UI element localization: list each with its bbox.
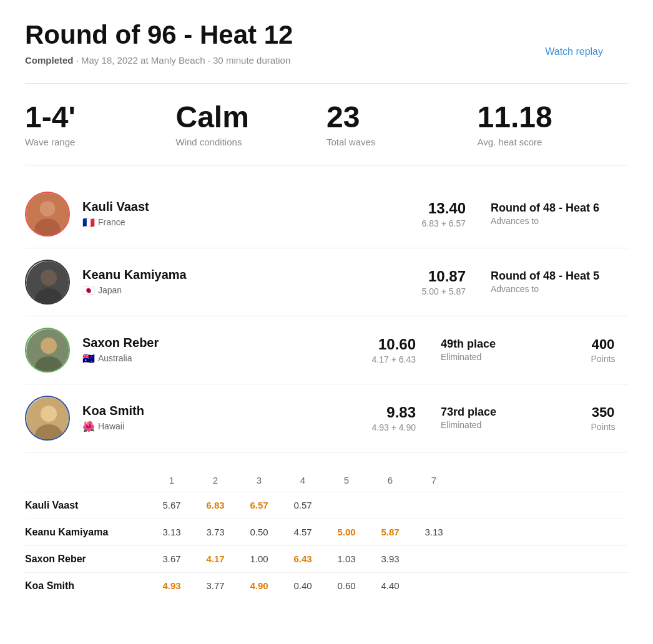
- wave-row-koa: Koa Smith 4.93 3.77 4.90 0.40 0.60 4.40: [25, 572, 628, 599]
- result-saxon: 49th place Eliminated: [441, 338, 578, 362]
- wave-saxon-5: 1.03: [325, 554, 368, 564]
- points-koa: 350 Points: [578, 404, 628, 432]
- score-section-kauli: 13.40 6.83 + 6.57: [403, 200, 466, 228]
- result-keanu: Round of 48 - Heat 5 Advances to: [491, 270, 628, 294]
- athletes-section: Kauli Vaast 🇫🇷 France 13.40 6.83 + 6.57 …: [25, 180, 628, 452]
- col-header-5: 5: [325, 475, 368, 485]
- wave-kauli-3: 6.57: [237, 500, 281, 510]
- col-header-1: 1: [150, 475, 194, 485]
- status-badge: Completed: [25, 55, 74, 66]
- total-score-saxon: 10.60: [353, 336, 416, 353]
- score-section-keanu: 10.87 5.00 + 5.87: [403, 268, 466, 296]
- advance-sub-saxon: Eliminated: [441, 352, 578, 362]
- col-header-4: 4: [281, 475, 325, 485]
- watch-replay-button[interactable]: Watch replay: [545, 46, 603, 57]
- event-details: · May 18, 2022 at Manly Beach · 30 minut…: [76, 55, 291, 66]
- wave-kauli-1: 5.67: [150, 500, 194, 510]
- wave-koa-6: 4.40: [368, 580, 412, 591]
- wave-saxon-3: 1.00: [237, 554, 281, 564]
- subtitle: Completed · May 18, 2022 at Manly Beach …: [25, 55, 628, 66]
- stats-row: 1-4' Wave range Calm Wind conditions 23 …: [25, 101, 628, 147]
- wave-kauli-2: 6.83: [194, 500, 237, 510]
- wave-table: 1 2 3 4 5 6 7 Kauli Vaast 5.67 6.83 6.57…: [25, 471, 628, 599]
- sub-score-koa: 4.93 + 4.90: [353, 422, 416, 432]
- flag-saxon: 🇦🇺: [82, 353, 95, 364]
- sub-score-saxon: 4.17 + 6.43: [353, 354, 416, 364]
- athlete-info-saxon: Saxon Reber 🇦🇺 Australia: [82, 336, 353, 364]
- athlete-row-saxon: Saxon Reber 🇦🇺 Australia 10.60 4.17 + 6.…: [25, 316, 628, 384]
- page-title: Round of 96 - Heat 12: [25, 20, 628, 50]
- sub-score-kauli: 6.83 + 6.57: [403, 218, 466, 228]
- advance-sub-kauli: Advances to: [491, 216, 628, 226]
- col-header-2: 2: [194, 475, 237, 485]
- flag-keanu: 🇯🇵: [82, 285, 95, 296]
- athlete-name-saxon: Saxon Reber: [82, 336, 353, 350]
- wave-row-keanu: Keanu Kamiyama 3.13 3.73 0.50 4.57 5.00 …: [25, 519, 628, 545]
- wave-saxon-6: 3.93: [368, 554, 412, 564]
- svg-point-4: [41, 270, 57, 286]
- wave-row-name-koa: Koa Smith: [25, 580, 150, 592]
- flag-koa: 🌺: [82, 421, 95, 432]
- col-header-6: 6: [368, 475, 412, 485]
- avatar-kauli: [25, 192, 70, 237]
- wave-row-name-saxon: Saxon Reber: [25, 554, 150, 565]
- athlete-name-kauli: Kauli Vaast: [82, 200, 403, 214]
- wave-keanu-2: 3.73: [194, 527, 237, 537]
- flag-kauli: 🇫🇷: [82, 217, 95, 228]
- athlete-country-koa: 🌺 Hawaii: [82, 421, 353, 432]
- total-score-kauli: 13.40: [403, 200, 466, 217]
- wave-keanu-1: 3.13: [150, 527, 194, 537]
- total-score-koa: 9.83: [353, 404, 416, 421]
- athlete-row-koa: Koa Smith 🌺 Hawaii 9.83 4.93 + 4.90 73rd…: [25, 384, 628, 452]
- advance-title-keanu: Round of 48 - Heat 5: [491, 270, 628, 283]
- athlete-info-kauli: Kauli Vaast 🇫🇷 France: [82, 200, 403, 228]
- athlete-row-kauli: Kauli Vaast 🇫🇷 France 13.40 6.83 + 6.57 …: [25, 180, 628, 248]
- result-koa: 73rd place Eliminated: [441, 406, 578, 430]
- avg-score-value: 11.18: [478, 101, 629, 134]
- avatar-keanu: [25, 260, 70, 305]
- wave-row-saxon: Saxon Reber 3.67 4.17 1.00 6.43 1.03 3.9…: [25, 545, 628, 572]
- athlete-info-keanu: Keanu Kamiyama 🇯🇵 Japan: [82, 268, 403, 296]
- divider-2: [25, 165, 628, 165]
- advance-title-kauli: Round of 48 - Heat 6: [491, 202, 628, 215]
- wave-kauli-4: 0.57: [281, 500, 325, 510]
- svg-point-1: [40, 201, 56, 217]
- wave-range-label: Wave range: [25, 137, 176, 147]
- sub-score-keanu: 5.00 + 5.87: [403, 286, 466, 296]
- wave-range-value: 1-4': [25, 101, 176, 134]
- athlete-name-koa: Koa Smith: [82, 404, 353, 418]
- wave-keanu-5: 5.00: [325, 527, 368, 537]
- total-score-keanu: 10.87: [403, 268, 466, 285]
- athlete-country-keanu: 🇯🇵 Japan: [82, 285, 403, 296]
- result-kauli: Round of 48 - Heat 6 Advances to: [491, 202, 628, 226]
- wave-koa-1: 4.93: [150, 580, 194, 591]
- wave-saxon-2: 4.17: [194, 554, 237, 564]
- advance-title-koa: 73rd place: [441, 406, 578, 419]
- total-waves-value: 23: [326, 101, 478, 134]
- advance-sub-keanu: Advances to: [491, 284, 628, 294]
- avg-score-label: Avg. heat score: [478, 137, 629, 147]
- wave-table-header: 1 2 3 4 5 6 7: [150, 471, 628, 492]
- wave-keanu-4: 4.57: [281, 527, 325, 537]
- athlete-name-keanu: Keanu Kamiyama: [82, 268, 403, 282]
- wave-keanu-6: 5.87: [368, 527, 412, 537]
- athlete-info-koa: Koa Smith 🌺 Hawaii: [82, 404, 353, 432]
- score-section-saxon: 10.60 4.17 + 6.43: [353, 336, 416, 364]
- advance-sub-koa: Eliminated: [441, 420, 578, 430]
- avatar-koa: [25, 396, 70, 441]
- avatar-saxon: [25, 328, 70, 373]
- stat-total-waves: 23 Total waves: [326, 101, 478, 147]
- stat-avg-score: 11.18 Avg. heat score: [478, 101, 629, 147]
- wave-row-kauli: Kauli Vaast 5.67 6.83 6.57 0.57: [25, 492, 628, 519]
- wave-keanu-3: 0.50: [237, 527, 281, 537]
- divider-1: [25, 83, 628, 84]
- wave-row-name-kauli: Kauli Vaast: [25, 500, 150, 511]
- wind-label: Wind conditions: [176, 137, 327, 147]
- col-header-7: 7: [412, 475, 456, 485]
- wave-koa-3: 4.90: [237, 580, 281, 591]
- points-value-saxon: 400: [578, 336, 628, 353]
- wind-value: Calm: [176, 101, 327, 134]
- wave-row-name-keanu: Keanu Kamiyama: [25, 527, 150, 538]
- stat-wave-range: 1-4' Wave range: [25, 101, 176, 147]
- points-value-koa: 350: [578, 404, 628, 421]
